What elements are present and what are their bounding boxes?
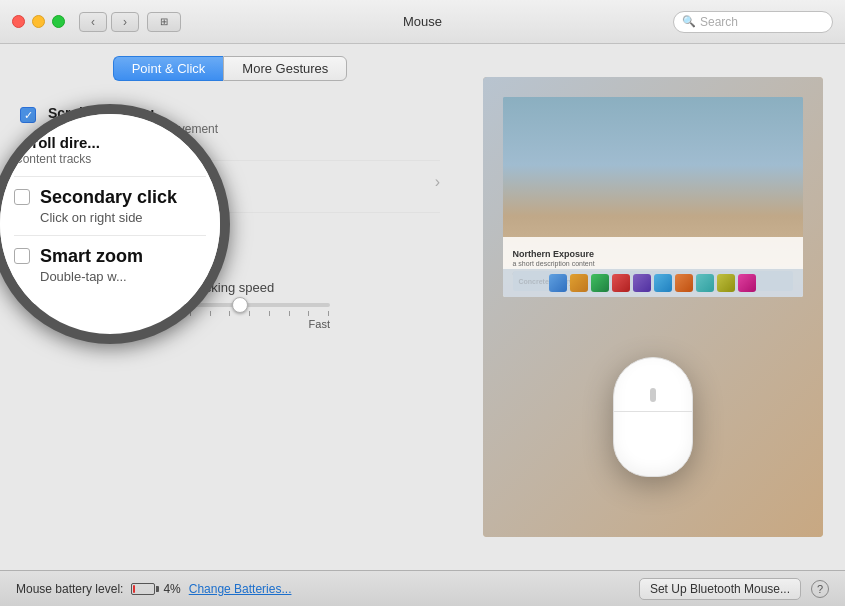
bottom-bar: Mouse battery level: 4% Change Batteries… — [0, 570, 845, 606]
right-panel: Northern Exposure a short description co… — [460, 44, 845, 570]
preview-image: Northern Exposure a short description co… — [483, 77, 823, 537]
mag-smart-title-text: Smart zoom Double-tap w... — [40, 246, 143, 284]
mag-secondary-title: Secondary click — [40, 187, 177, 208]
dock-icon-9 — [717, 274, 735, 292]
dock-icon-7 — [675, 274, 693, 292]
dock-icon-6 — [654, 274, 672, 292]
mag-smart-title: Smart zoom — [40, 246, 143, 267]
magnifier-circle: Scroll dire... Content tracks Secondary … — [0, 104, 230, 344]
help-button[interactable]: ? — [811, 580, 829, 598]
search-icon: 🔍 — [682, 15, 696, 28]
mag-scroll-desc: Content tracks — [14, 152, 206, 166]
search-box[interactable]: 🔍 Search — [673, 11, 833, 33]
mag-smart-header: Smart zoom Double-tap w... — [14, 246, 206, 284]
window-title: Mouse — [403, 14, 442, 29]
mag-smart-desc: Double-tap w... — [40, 269, 143, 284]
grid-button[interactable]: ⊞ — [147, 12, 181, 32]
forward-button[interactable]: › — [111, 12, 139, 32]
mag-secondary-title-text: Secondary click Click on right side — [40, 187, 177, 225]
mag-secondary-header: Secondary click Click on right side — [14, 187, 206, 225]
preview-screen: Northern Exposure a short description co… — [503, 97, 803, 297]
preview-mouse — [613, 357, 693, 477]
battery-fill — [133, 585, 135, 593]
mag-secondary-desc: Click on right side — [40, 210, 177, 225]
mag-scroll-title: Scroll dire... — [14, 134, 206, 151]
minimize-button[interactable] — [32, 15, 45, 28]
preview-screen-blog-title: Northern Exposure — [513, 249, 595, 259]
scroll-direction-checkbox[interactable] — [20, 107, 36, 123]
dock-icon-8 — [696, 274, 714, 292]
tab-more-gestures[interactable]: More Gestures — [223, 56, 347, 81]
preview-dock — [503, 269, 803, 297]
battery-label: Mouse battery level: — [16, 582, 123, 596]
battery-icon — [131, 583, 155, 595]
mag-smart-item: Smart zoom Double-tap w... — [14, 236, 206, 294]
dock-icon-10 — [738, 274, 756, 292]
close-button[interactable] — [12, 15, 25, 28]
dock-icon-2 — [570, 274, 588, 292]
search-placeholder: Search — [700, 15, 824, 29]
tabs: Point & Click More Gestures — [0, 56, 460, 81]
dock-icon-4 — [612, 274, 630, 292]
battery-percent: 4% — [163, 582, 180, 596]
maximize-button[interactable] — [52, 15, 65, 28]
tab-point-click[interactable]: Point & Click — [113, 56, 224, 81]
mag-secondary-checkbox[interactable] — [14, 189, 30, 205]
traffic-lights — [12, 15, 65, 28]
mag-smart-checkbox[interactable] — [14, 248, 30, 264]
magnifier-content: Scroll dire... Content tracks Secondary … — [0, 114, 220, 304]
tracking-slider-thumb[interactable] — [232, 297, 248, 313]
mag-scroll-item: Scroll dire... Content tracks — [14, 124, 206, 177]
titlebar: ‹ › ⊞ Mouse 🔍 Search — [0, 0, 845, 44]
main-content: Point & Click More Gestures Scroll direc… — [0, 44, 845, 570]
left-panel: Point & Click More Gestures Scroll direc… — [0, 44, 460, 570]
bluetooth-setup-button[interactable]: Set Up Bluetooth Mouse... — [639, 578, 801, 600]
slider-fast-label: Fast — [309, 318, 330, 330]
bottom-right: Set Up Bluetooth Mouse... ? — [639, 578, 829, 600]
mag-secondary-item: Secondary click Click on right side — [14, 177, 206, 236]
dock-icon-5 — [633, 274, 651, 292]
nav-buttons: ‹ › ⊞ — [79, 12, 181, 32]
dock-icon-1 — [549, 274, 567, 292]
mouse-scroll-wheel — [650, 388, 656, 402]
secondary-click-arrow[interactable]: › — [435, 171, 440, 191]
change-batteries-button[interactable]: Change Batteries... — [189, 582, 292, 596]
dock-icon-3 — [591, 274, 609, 292]
mouse-divider-line — [614, 411, 692, 412]
back-button[interactable]: ‹ — [79, 12, 107, 32]
